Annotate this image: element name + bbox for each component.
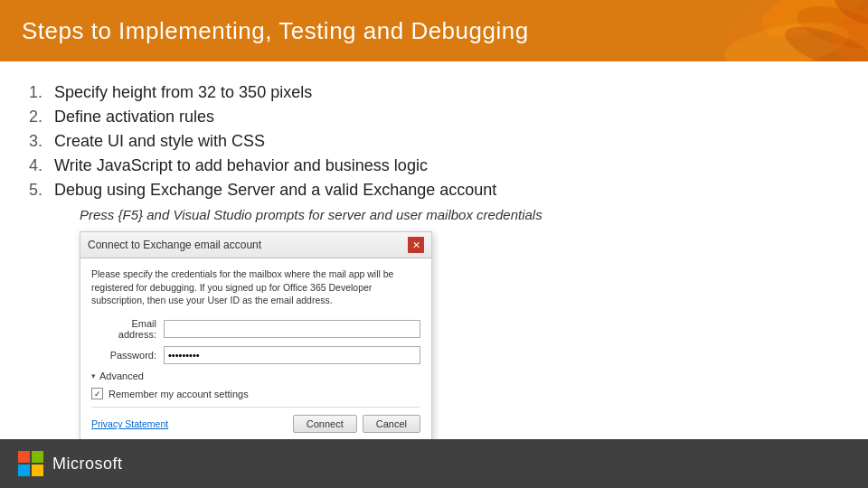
- step-text: Write JavaScript to add behavior and bus…: [54, 156, 428, 175]
- ms-yellow-square: [32, 465, 43, 476]
- cancel-button[interactable]: Cancel: [363, 415, 420, 433]
- step-number: 2.: [29, 108, 54, 127]
- dialog-body: Please specify the credentials for the m…: [80, 258, 431, 442]
- list-item: 3. Create UI and style with CSS: [29, 132, 839, 151]
- ms-blue-square: [18, 465, 30, 476]
- password-label: Password:: [91, 350, 164, 361]
- footer: Microsoft: [0, 439, 868, 488]
- sub-note: Press {F5} and Visual Studio prompts for…: [80, 207, 839, 222]
- brand-name: Microsoft: [52, 455, 123, 474]
- advanced-section[interactable]: ▾ Advanced: [91, 371, 420, 381]
- step-number: 3.: [29, 132, 54, 151]
- main-content: 1. Specify height from 32 to 350 pixels …: [0, 61, 868, 457]
- privacy-link[interactable]: Privacy Statement: [91, 418, 168, 429]
- microsoft-logo: Microsoft: [18, 451, 123, 476]
- dialog-title: Connect to Exchange email account: [88, 239, 261, 251]
- advanced-label: Advanced: [99, 371, 144, 381]
- password-input[interactable]: [164, 346, 420, 364]
- email-input[interactable]: [164, 320, 420, 338]
- ms-red-square: [18, 451, 30, 463]
- password-field-row: Password:: [91, 346, 420, 364]
- step-number: 5.: [29, 181, 54, 200]
- step-number: 1.: [29, 83, 54, 102]
- list-item: 5. Debug using Exchange Server and a val…: [29, 181, 839, 200]
- steps-list: 1. Specify height from 32 to 350 pixels …: [29, 83, 839, 200]
- remember-checkbox[interactable]: ✓: [91, 388, 103, 399]
- ms-squares-icon: [18, 451, 43, 476]
- list-item: 4. Write JavaScript to add behavior and …: [29, 156, 839, 175]
- list-item: 2. Define activation rules: [29, 108, 839, 127]
- checkmark-icon: ✓: [94, 389, 101, 399]
- chevron-down-icon: ▾: [91, 371, 96, 380]
- email-field-row: Email address:: [91, 318, 420, 340]
- connect-button[interactable]: Connect: [293, 415, 357, 433]
- dialog-description: Please specify the credentials for the m…: [91, 267, 420, 307]
- email-label: Email address:: [91, 318, 164, 340]
- header: Steps to Implementing, Testing and Debug…: [0, 0, 868, 61]
- dialog-footer: Privacy Statement Connect Cancel: [91, 407, 420, 433]
- list-item: 1. Specify height from 32 to 350 pixels: [29, 83, 839, 102]
- ms-green-square: [32, 451, 43, 463]
- dialog-titlebar: Connect to Exchange email account ✕: [80, 232, 431, 258]
- dialog-action-buttons: Connect Cancel: [293, 415, 420, 433]
- step-text: Debug using Exchange Server and a valid …: [54, 181, 496, 200]
- remember-checkbox-row: ✓ Remember my account settings: [91, 388, 420, 399]
- step-text: Specify height from 32 to 350 pixels: [54, 83, 312, 102]
- step-text: Create UI and style with CSS: [54, 132, 265, 151]
- step-number: 4.: [29, 156, 54, 175]
- step-text: Define activation rules: [54, 108, 214, 127]
- header-decoration: [524, 0, 868, 61]
- dialog-screenshot: Connect to Exchange email account ✕ Plea…: [80, 231, 432, 443]
- dialog-close-button[interactable]: ✕: [408, 237, 424, 253]
- remember-label: Remember my account settings: [108, 389, 249, 399]
- page-title: Steps to Implementing, Testing and Debug…: [22, 17, 529, 45]
